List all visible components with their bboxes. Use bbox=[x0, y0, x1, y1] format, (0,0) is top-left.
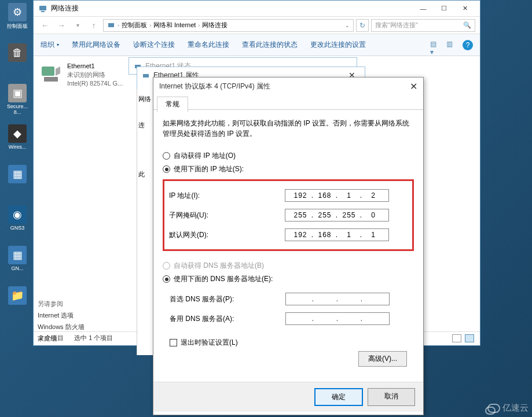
breadcrumb-item[interactable]: 控制面板 bbox=[122, 21, 147, 29]
desktop-icon-gns3[interactable]: ◉ GNS3 bbox=[3, 205, 32, 240]
securecrt-icon: ▣ bbox=[8, 84, 27, 102]
window-title: 网络连接 bbox=[51, 3, 79, 13]
radio-icon bbox=[163, 262, 170, 270]
label-dns-secondary: 备用 DNS 服务器(A): bbox=[170, 314, 285, 324]
network-icon bbox=[38, 4, 47, 13]
gns3-icon: ◉ bbox=[8, 205, 27, 224]
radio-auto-ip[interactable]: 自动获得 IP 地址(O) bbox=[163, 149, 414, 163]
radio-use-ip[interactable]: 使用下面的 IP 地址(S): bbox=[163, 163, 414, 176]
desktop-icon-label: Secure... bbox=[3, 104, 32, 109]
ok-button[interactable]: 确定 bbox=[314, 388, 363, 406]
desktop-icon-wireshark[interactable]: ◆ Wires... bbox=[3, 124, 32, 159]
label-ip: IP 地址(I): bbox=[169, 191, 285, 201]
toolbar-changesettings[interactable]: 更改此连接的设置 bbox=[310, 40, 366, 50]
properties-body-sliver: 网络 连 此 bbox=[137, 89, 154, 355]
minimize-button[interactable]: — bbox=[413, 2, 434, 16]
watermark-logo-icon bbox=[487, 404, 500, 413]
recycle-icon: 🗑 bbox=[8, 43, 27, 62]
label-dns-primary: 首选 DNS 服务器(P): bbox=[170, 294, 285, 304]
radio-icon bbox=[163, 152, 170, 160]
file-icon: ▦ bbox=[8, 246, 27, 264]
refresh-button[interactable]: ↻ bbox=[356, 19, 369, 32]
dialog-buttons: 确定 取消 bbox=[153, 382, 423, 412]
toolbar-diagnose[interactable]: 诊断这个连接 bbox=[133, 40, 175, 50]
toolbar-viewstatus[interactable]: 查看此连接的状态 bbox=[242, 40, 298, 50]
see-also-panel: 另请参阅 Internet 选项 Windows 防火墙 家庭组 bbox=[38, 298, 85, 344]
ethernet-adapter-icon bbox=[39, 62, 63, 85]
desktop-icon-generic2[interactable]: ▦ GN... bbox=[3, 246, 32, 281]
close-button[interactable]: ✕ bbox=[454, 2, 475, 16]
svg-rect-3 bbox=[42, 67, 54, 76]
input-ip-address[interactable]: 192. 168. 1. 2 bbox=[285, 189, 389, 202]
window-ipv4-properties: Internet 协议版本 4 (TCP/IPv4) 属性 ✕ 常规 如果网络支… bbox=[153, 77, 424, 415]
adapter-status: 未识别的网络 bbox=[67, 71, 123, 79]
radio-label: 自动获得 IP 地址(O) bbox=[174, 151, 236, 161]
help-icon[interactable]: ? bbox=[463, 40, 473, 50]
tabstrip: 常规 bbox=[153, 95, 423, 110]
view-options-icon[interactable]: ▤ ▾ bbox=[430, 40, 441, 50]
this-label: 此 bbox=[138, 170, 153, 179]
label-gateway: 默认网关(D): bbox=[169, 230, 285, 240]
watermark: 亿速云 bbox=[487, 403, 529, 414]
titlebar[interactable]: 网络连接 — ☐ ✕ bbox=[34, 1, 480, 17]
link-internet-options[interactable]: Internet 选项 bbox=[38, 309, 85, 321]
radio-auto-dns: 自动获得 DNS 服务器地址(B) bbox=[163, 259, 414, 272]
cancel-button[interactable]: 取消 bbox=[368, 388, 415, 406]
input-default-gateway[interactable]: 192. 168. 1. 1 bbox=[285, 228, 389, 241]
chevron-down-icon[interactable]: ⌄ bbox=[345, 23, 350, 28]
link-homegroup[interactable]: 家庭组 bbox=[38, 333, 85, 344]
watermark-text: 亿速云 bbox=[502, 403, 529, 414]
radio-label: 使用下面的 IP 地址(S): bbox=[174, 164, 244, 174]
toolbar-disable[interactable]: 禁用此网络设备 bbox=[72, 40, 120, 50]
checkbox-validate-on-exit[interactable]: 退出时验证设置(L) bbox=[163, 334, 414, 351]
nav-dropdown[interactable]: ▾ bbox=[71, 19, 85, 32]
toolbar-organize[interactable]: 组织 bbox=[41, 40, 59, 50]
search-input[interactable]: 搜索"网络连接" 🔍 bbox=[371, 19, 475, 32]
preview-pane-icon[interactable]: ▥ bbox=[446, 40, 457, 50]
input-dns-primary[interactable]: ... bbox=[285, 293, 390, 305]
controlpanel-icon: ⚙ bbox=[8, 3, 27, 21]
radio-use-dns[interactable]: 使用下面的 DNS 服务器地址(E): bbox=[163, 272, 414, 286]
view-details-icon[interactable] bbox=[452, 334, 461, 342]
network-tab-label: 网络 bbox=[138, 95, 153, 104]
adapter-name: Ethernet1 bbox=[67, 62, 123, 71]
radio-label: 自动获得 DNS 服务器地址(B) bbox=[174, 261, 264, 271]
input-dns-secondary[interactable]: ... bbox=[285, 312, 390, 325]
tab-general[interactable]: 常规 bbox=[157, 97, 188, 112]
toolbar-rename[interactable]: 重命名此连接 bbox=[188, 40, 229, 50]
connect-label: 连 bbox=[138, 121, 153, 130]
breadcrumb-item[interactable]: 网络和 Internet bbox=[153, 21, 196, 29]
info-text: 如果网络支持此功能，则可以获取自动指派的 IP 设置。否则，你需要从网络系统管理… bbox=[163, 118, 414, 139]
maximize-button[interactable]: ☐ bbox=[434, 2, 454, 16]
nav-back[interactable]: ← bbox=[38, 19, 52, 32]
desktop-icon-label: GN... bbox=[3, 265, 32, 271]
network-icon bbox=[107, 21, 115, 29]
window-title: Internet 协议版本 4 (TCP/IPv4) 属性 bbox=[159, 82, 270, 91]
checkbox-label: 退出时验证设置(L) bbox=[181, 338, 238, 348]
breadcrumb[interactable]: › 控制面板 › 网络和 Internet › 网络连接 ⌄ bbox=[103, 19, 354, 32]
titlebar[interactable]: Internet 协议版本 4 (TCP/IPv4) 属性 ✕ bbox=[153, 78, 423, 95]
breadcrumb-item[interactable]: 网络连接 bbox=[202, 21, 228, 29]
file-icon: ▦ bbox=[8, 165, 27, 183]
radio-label: 使用下面的 DNS 服务器地址(E): bbox=[174, 274, 273, 284]
nav-forward[interactable]: → bbox=[54, 19, 68, 32]
svg-rect-0 bbox=[39, 6, 46, 10]
desktop-icon-generic1[interactable]: ▦ bbox=[3, 165, 32, 200]
advanced-button[interactable]: 高级(V)... bbox=[358, 351, 407, 367]
close-button[interactable]: ✕ bbox=[410, 81, 417, 92]
desktop-icon-recycle[interactable]: 🗑 bbox=[3, 43, 32, 78]
svg-rect-1 bbox=[41, 11, 45, 12]
input-subnet-mask[interactable]: 255. 255. 255. 0 bbox=[285, 209, 389, 222]
see-also-heading: 另请参阅 bbox=[38, 298, 85, 309]
ethernet-icon bbox=[142, 71, 150, 79]
desktop-icon-controlpanel[interactable]: ⚙ 控制面板 bbox=[3, 3, 32, 38]
view-icons-icon[interactable] bbox=[465, 334, 474, 342]
nav-up[interactable]: ↑ bbox=[87, 19, 101, 32]
radio-icon bbox=[163, 275, 170, 283]
link-windows-firewall[interactable]: Windows 防火墙 bbox=[38, 321, 85, 333]
desktop-icon-sublabel: 8... bbox=[3, 109, 32, 115]
desktop-icon-generic3[interactable]: 📁 bbox=[3, 286, 32, 321]
adapter-ethernet1[interactable]: Ethernet1 未识别的网络 Intel(R) 82574L G... bbox=[39, 62, 132, 88]
desktop-icon-securecrt[interactable]: ▣ Secure... 8... bbox=[3, 84, 32, 119]
desktop: ⚙ 控制面板 🗑 ▣ Secure... 8... ◆ Wires... ▦ ◉… bbox=[0, 0, 35, 417]
